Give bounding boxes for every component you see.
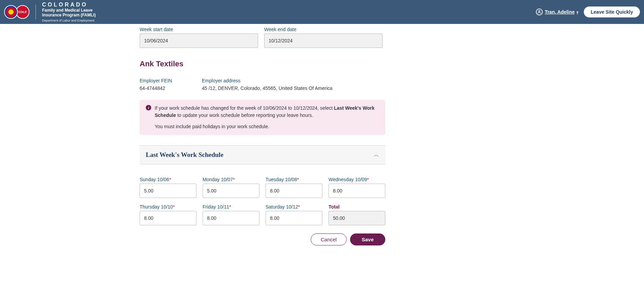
- sched-wednesday: Wednesday 10/09*: [329, 177, 385, 198]
- week-end-field: Week end date: [264, 27, 383, 48]
- sched-friday-label: Friday 10/11*: [203, 204, 231, 210]
- employer-address-value: 45 /12, DENVER, Colorado, 45565, United …: [202, 85, 332, 91]
- svg-point-0: [539, 11, 540, 12]
- employer-name: Ank Textiles: [140, 59, 385, 68]
- sched-monday-input[interactable]: [203, 184, 259, 198]
- sched-total-label: Total: [329, 204, 339, 210]
- employer-fein-value: 64-4744842: [140, 85, 202, 91]
- cancel-button[interactable]: Cancel: [311, 233, 347, 245]
- logo-dept: Department of Labor and Employment: [42, 19, 96, 22]
- accordion-title: Last Week's Work Schedule: [146, 151, 223, 159]
- sched-monday: Monday 10/07*: [203, 177, 259, 198]
- sched-thursday-label: Thursday 10/10*: [140, 204, 175, 210]
- logo-block: CDLE COLORADO Family and Medical Leave I…: [4, 2, 96, 23]
- user-icon: [536, 9, 543, 15]
- user-name: Tran, Adeline: [545, 9, 575, 15]
- logo-program: Family and Medical Leave Insurance Progr…: [42, 8, 96, 18]
- info-alert: i If your work schedule has changed for …: [140, 100, 385, 135]
- week-start-label: Week start date: [140, 27, 258, 32]
- sched-saturday-label: Saturday 10/12*: [266, 204, 300, 210]
- sched-sunday-input[interactable]: [140, 184, 196, 198]
- sched-wednesday-input[interactable]: [329, 184, 385, 198]
- employer-fein-label: Employer FEIN: [140, 78, 202, 83]
- employer-fein-block: Employer FEIN 64-4744842: [140, 78, 202, 91]
- logo-divider: [36, 4, 36, 19]
- sched-sunday: Sunday 10/06*: [140, 177, 196, 198]
- week-start-input[interactable]: [140, 34, 258, 48]
- schedule-grid: Sunday 10/06* Monday 10/07* Tuesday 10/0…: [140, 177, 385, 225]
- user-menu[interactable]: Tran, Adeline ▾: [536, 9, 578, 15]
- chevron-down-icon: ▾: [577, 10, 578, 14]
- week-start-field: Week start date: [140, 27, 258, 48]
- sched-friday: Friday 10/11*: [203, 204, 259, 225]
- sched-tuesday-input[interactable]: [266, 184, 322, 198]
- sched-monday-label: Monday 10/07*: [203, 177, 235, 182]
- sched-saturday-input[interactable]: [266, 211, 322, 225]
- logo-state: COLORADO: [42, 2, 96, 8]
- sched-thursday: Thursday 10/10*: [140, 204, 196, 225]
- sched-sunday-label: Sunday 10/06*: [140, 177, 171, 182]
- employer-address-label: Employer address: [202, 78, 332, 83]
- info-icon: i: [146, 105, 151, 110]
- action-buttons: Cancel Save: [140, 233, 385, 245]
- save-button[interactable]: Save: [350, 233, 385, 245]
- colorado-seal-icon: [4, 5, 18, 19]
- sched-total: Total: [329, 204, 385, 225]
- sched-tuesday: Tuesday 10/08*: [266, 177, 322, 198]
- schedule-accordion-header[interactable]: Last Week's Work Schedule ︿: [140, 145, 385, 164]
- sched-friday-input[interactable]: [203, 211, 259, 225]
- header-right: Tran, Adeline ▾ Leave Site Quickly: [536, 6, 640, 17]
- leave-site-button[interactable]: Leave Site Quickly: [584, 6, 640, 17]
- app-header: CDLE COLORADO Family and Medical Leave I…: [0, 0, 644, 24]
- sched-wednesday-label: Wednesday 10/09*: [329, 177, 369, 182]
- chevron-up-icon: ︿: [374, 151, 379, 159]
- sched-total-input: [329, 211, 385, 225]
- alert-text: If your work schedule has changed for th…: [155, 105, 379, 130]
- logo-icons: CDLE: [4, 5, 29, 19]
- week-end-label: Week end date: [264, 27, 383, 32]
- week-end-input[interactable]: [264, 34, 383, 48]
- logo-text: COLORADO Family and Medical Leave Insura…: [42, 2, 96, 23]
- sched-thursday-input[interactable]: [140, 211, 196, 225]
- cdle-seal-icon: CDLE: [16, 5, 29, 19]
- sched-saturday: Saturday 10/12*: [266, 204, 322, 225]
- sched-tuesday-label: Tuesday 10/08*: [266, 177, 299, 182]
- main-content: Week start date Week end date Ank Textil…: [140, 27, 385, 245]
- employer-address-block: Employer address 45 /12, DENVER, Colorad…: [202, 78, 332, 91]
